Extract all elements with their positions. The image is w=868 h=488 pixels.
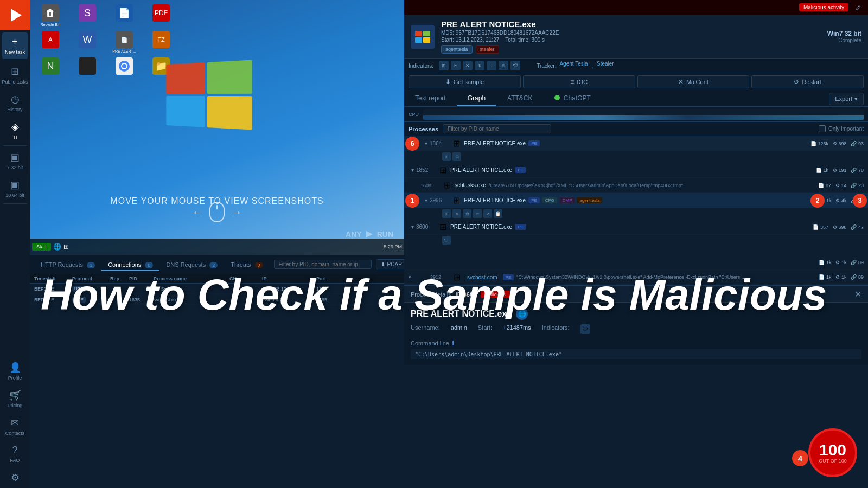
process-row-1608[interactable]: 1608 ⊞ schtasks.exe /Create /TN Updates\… (404, 178, 868, 193)
proc-sm-2996-5[interactable]: ↗ (483, 209, 492, 218)
pcap-button[interactable]: ⬇ PCAP (376, 259, 407, 269)
sidebar-item-win10[interactable]: ▣ 10 64 bit (0, 175, 30, 202)
desktop-icon-adobe[interactable]: A (34, 31, 67, 53)
tab-attck[interactable]: ATT&CK (496, 91, 543, 106)
filter-container (270, 260, 376, 269)
th-process: Process name (154, 276, 229, 281)
tracker-stealer[interactable]: Stealer (597, 61, 614, 70)
svg-marker-0 (11, 9, 22, 22)
proc-sm-icon-1[interactable]: ⊞ (442, 152, 451, 161)
td-port-0: 137 (316, 286, 354, 292)
share-icon[interactable]: ⬀ (855, 3, 861, 12)
export-button[interactable]: Export ▾ (829, 93, 864, 105)
desktop-icon-chrome[interactable] (108, 57, 141, 75)
network-row-0[interactable]: BEFORE UDP 4 System 192.168.100.255 137 (30, 284, 404, 294)
proc-sm-icon-2[interactable]: ⚙ (452, 152, 461, 161)
tab-dns-requests[interactable]: DNS Requests 2 (159, 258, 224, 271)
win-icon-grid (415, 31, 430, 43)
sidebar-item-faq[interactable]: ? FAQ (0, 440, 30, 467)
td-protocol-0: UDP (72, 286, 110, 292)
processes-filter-input[interactable] (443, 124, 551, 133)
desktop-icon-filezilla[interactable]: FZ (145, 31, 177, 53)
proc-sm-2996-1[interactable]: ⊞ (442, 209, 451, 218)
next-arrow[interactable]: → (231, 206, 242, 219)
ind-icon-5[interactable]: ↓ (487, 61, 496, 70)
svchost-cmd: "C:\Windows\System32\WINDOW~1\v1.0\power… (516, 274, 744, 280)
win-desktop: 🗑 Recycle Bin S 📄 PDF A (30, 0, 404, 255)
chevron-1864: ▾ (425, 140, 427, 146)
screenshot-area[interactable]: 🗑 Recycle Bin S 📄 PDF A (30, 0, 404, 255)
desktop-icon-pdf[interactable]: PDF (145, 4, 177, 27)
sidebar-item-ti[interactable]: ◈ TI (0, 117, 30, 144)
indicators-label-proc: Indicators: (542, 324, 570, 334)
win-logo (163, 62, 271, 171)
cmdline-info-icon[interactable]: ℹ (452, 339, 455, 347)
proc-sm-2996-4[interactable]: ✂ (473, 209, 482, 218)
sidebar-item-contacts[interactable]: ✉ Contacts (0, 413, 30, 440)
sidebar-item-new-task[interactable]: + New task (2, 32, 28, 59)
ind-icon-3[interactable]: ✕ (463, 61, 473, 70)
network-filter-input[interactable] (274, 260, 372, 269)
desktop-icon-black[interactable] (71, 57, 104, 75)
tab-text-report[interactable]: Text report (404, 91, 457, 106)
get-sample-button[interactable]: ⬇ Get sample (409, 75, 521, 88)
app-logo[interactable] (0, 0, 30, 30)
ind-icon-6[interactable]: ⊛ (499, 61, 508, 70)
desktop-icon-prealert[interactable]: 📄 PRE ALERT... (108, 31, 141, 53)
desktop-icon-word[interactable]: W (71, 31, 104, 53)
desktop-icon-node[interactable]: N (34, 57, 67, 75)
ind-icon-1[interactable]: ⊞ (439, 61, 449, 70)
desktop-icon-doc[interactable]: 📄 (108, 4, 141, 27)
ioc-button[interactable]: ≡ IOC (523, 75, 635, 88)
ind-icon-7[interactable]: 🛡 (510, 61, 520, 70)
proc-sm-2996-6[interactable]: 📋 (494, 209, 502, 218)
sidebar-item-win7[interactable]: ▣ 7 32 bit (0, 147, 30, 175)
restart-button[interactable]: ↺ Restart (751, 75, 864, 88)
ind-icon-2[interactable]: ✂ (451, 61, 461, 70)
platform-status: Complete (827, 37, 861, 43)
recycle-icon: 🗑 (42, 4, 59, 22)
tag-stealer[interactable]: stealer (476, 45, 499, 54)
proc-sm-3600-1[interactable]: 🛡 (442, 236, 451, 245)
win-logo-yellow (207, 96, 252, 130)
bottom-right-panel: 📄 1k ⚙ 1k 🔗 89 ▾ 2912 ⊞ svchost.com PE "… (404, 255, 868, 488)
tab-http-requests[interactable]: HTTP Requests 1 (34, 258, 101, 271)
proc-shield-icon[interactable]: 🛡 (580, 324, 590, 334)
win-taskbar: Start 🌐 ⊞ 5:29 PM (30, 239, 404, 255)
sidebar-item-public-tasks[interactable]: ⊞ Public tasks (0, 61, 30, 89)
svchost-row[interactable]: ▾ 2912 ⊞ svchost.com PE "C:\Windows\Syst… (404, 270, 868, 285)
process-row-3600[interactable]: ▾ 3600 ⊞ PRE ALERT NOTICE.exe PE 📄 357 ⚙… (404, 220, 868, 235)
dns-count: 2 (209, 262, 218, 268)
desktop-icon-slack[interactable]: S (71, 4, 104, 27)
proc-name-2996: PRE ALERT NOTICE.exe (464, 197, 526, 203)
sidebar-item-profile[interactable]: 👤 Profile (0, 357, 30, 385)
tag-agenttesla[interactable]: agenttesla (441, 45, 473, 54)
proc-sm-2996-2[interactable]: ✕ (452, 209, 461, 218)
malconf-button[interactable]: ✕ MalConf (637, 75, 750, 88)
taskbar-start-btn[interactable]: Start (32, 243, 51, 251)
cpu-graph (423, 109, 864, 120)
username-label: Username: (411, 324, 440, 334)
process-row-2996[interactable]: 1 ▾ 2996 ⊞ PRE ALERT NOTICE.exe PE CFG D… (404, 193, 868, 208)
sidebar-item-bottom[interactable]: ⚙ (0, 467, 30, 488)
proc-details-close-btn[interactable]: ✕ (854, 289, 861, 299)
sidebar-item-history[interactable]: ◷ History (0, 89, 30, 117)
pid-1864: 1864 (430, 140, 451, 146)
tab-threats[interactable]: Threats 0 (224, 258, 269, 271)
process-row-1864[interactable]: 6 ▾ 1864 ⊞ PRE ALERT NOTICE.exe PE 📄 125… (404, 136, 868, 151)
proc-sm-2996-3[interactable]: ⚙ (463, 209, 471, 218)
process-row-1852[interactable]: ▾ 1852 ⊞ PRE ALERT NOTICE.exe PE 📄 1k ⚙ … (404, 163, 868, 178)
tab-graph[interactable]: Graph (457, 91, 496, 106)
prev-arrow[interactable]: ← (192, 206, 203, 219)
tab-connections[interactable]: Connections 8 (101, 258, 159, 271)
network-row-1[interactable]: BEFORE UDP 2 1635 svchost.exe 224.0.0.25… (30, 294, 404, 305)
tracker-agent-tesla[interactable]: Agent Tesla (559, 61, 588, 70)
ind-icon-4[interactable]: ⊕ (475, 61, 484, 70)
malconf-icon: ✕ (678, 78, 684, 86)
proc-cmd-1608: /Create /TN Updates\eKoCjhdf /XML "C:\Us… (489, 183, 683, 188)
sample-header: PRE ALERT NOTICE.exe MD5: 957FB17D617463… (404, 15, 868, 59)
only-important-checkbox[interactable] (819, 125, 826, 132)
tab-chatgpt[interactable]: ChatGPT (544, 91, 602, 106)
desktop-icon-recycle[interactable]: 🗑 Recycle Bin (34, 4, 67, 27)
sidebar-item-pricing[interactable]: 🛒 Pricing (0, 385, 30, 413)
